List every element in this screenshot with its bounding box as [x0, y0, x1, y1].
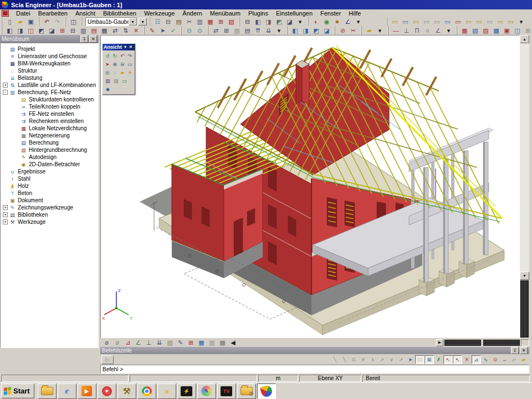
- tree-item-berechnung[interactable]: ▤Berechnung: [1, 139, 98, 146]
- gallery-icon[interactable]: ▤: [173, 17, 184, 26]
- fe-hinge-icon[interactable]: ◫: [512, 26, 523, 35]
- view-direction-icon[interactable]: ▰: [119, 68, 126, 76]
- tree-item-berechnung-fe-netz[interactable]: -▥Berechnung, FE-Netz: [1, 89, 98, 96]
- win-right-icon[interactable]: ◪: [321, 26, 332, 35]
- tree-item-werkzeuge-expander[interactable]: +: [3, 219, 8, 224]
- win-left-icon[interactable]: ◩: [311, 26, 321, 35]
- snap-perpendicular-icon[interactable]: ⊿: [472, 355, 481, 364]
- tree-item-lastfaelle-expander[interactable]: +: [3, 83, 8, 88]
- snap-cursor-icon[interactable]: ➤: [406, 355, 415, 364]
- new-file-icon[interactable]: ▯: [4, 17, 15, 26]
- fe-load-icon[interactable]: ⊞: [523, 26, 532, 35]
- win-front-icon[interactable]: ◧: [290, 26, 300, 35]
- preview-icon[interactable]: ◧: [253, 17, 263, 26]
- folder-add-icon[interactable]: ▰: [364, 26, 375, 35]
- tree-item-strukturdaten[interactable]: ▤Strukturdaten kontrollieren: [1, 96, 98, 103]
- draw-more-icon[interactable]: ▾: [443, 26, 454, 35]
- zoom-out-icon[interactable]: ⊖: [119, 60, 126, 68]
- winamp-icon[interactable]: ⚡: [177, 383, 196, 399]
- workplane-2-icon[interactable]: ⊙: [195, 26, 205, 35]
- props-icon[interactable]: ▤: [242, 26, 253, 35]
- hscroll-thumb-2[interactable]: [483, 340, 520, 346]
- bring-icon[interactable]: ⇈: [253, 26, 263, 35]
- tree-item-belastung[interactable]: ⇊Belastung: [1, 74, 98, 81]
- view-preset-3-icon[interactable]: ▭: [411, 17, 421, 26]
- draw-rect-icon[interactable]: Π: [412, 26, 422, 35]
- view-palette-menu-icon[interactable]: ▾: [122, 45, 128, 49]
- filter-6-icon[interactable]: ⊞: [57, 26, 68, 35]
- zoom-cursor-icon[interactable]: ➤: [104, 60, 111, 68]
- render-mode-icon[interactable]: ▭: [120, 76, 129, 85]
- scroll-track[interactable]: [520, 43, 529, 272]
- tree-item-2d-daten-betrachter[interactable]: ◉2D-Daten-Betrachter: [1, 161, 98, 168]
- fe-node-icon[interactable]: ▦: [459, 26, 470, 35]
- structure-view-icon[interactable]: ⊿: [122, 338, 133, 347]
- media-player-icon[interactable]: ▶: [78, 383, 96, 399]
- view-palette[interactable]: Ansicht ▾ ✕ ↺↻↶↷➤⊕⊖▭◎◌▰☀▧▨▭◆: [102, 43, 135, 95]
- tree-item-knoten-koppeln[interactable]: ∞Teile/Knoten koppeln: [1, 103, 98, 110]
- project-selector[interactable]: Umbau1b-Gauben ▾: [85, 17, 137, 26]
- command-pin-icon[interactable]: ↧: [511, 347, 519, 354]
- title-bar[interactable]: Scia Engineer - [Umbau1b-Gauben : 1]: [0, 0, 532, 9]
- snap-grid-g-icon[interactable]: G: [349, 355, 359, 364]
- status-unit[interactable]: m: [258, 375, 298, 382]
- draw-angle-icon[interactable]: ∠: [433, 26, 443, 35]
- command-input[interactable]: [100, 365, 529, 374]
- paste-icon[interactable]: ▥: [232, 26, 242, 35]
- mesh-view-icon[interactable]: ▦: [196, 338, 207, 347]
- collapse-toolbar-icon[interactable]: ◀: [228, 338, 238, 347]
- start-button[interactable]: Start: [1, 383, 34, 398]
- menu-item-hilfe[interactable]: Hilfe: [345, 9, 365, 17]
- zoom-window-icon[interactable]: ▭: [126, 60, 134, 68]
- tree-item-netzgenerierung[interactable]: ▩Netzgenerierung: [1, 132, 98, 139]
- view-preset-2-icon[interactable]: ▭: [400, 17, 411, 26]
- view-palette-header[interactable]: Ansicht ▾ ✕: [103, 44, 135, 50]
- grid-3d-icon[interactable]: ⊞: [186, 338, 196, 347]
- view-preset-7-icon[interactable]: ▭: [453, 17, 463, 26]
- snap-endpoint-icon[interactable]: ↖: [443, 355, 453, 364]
- zoom-selection-icon[interactable]: ◌: [111, 68, 119, 76]
- copy-icon[interactable]: ⊞: [221, 26, 232, 35]
- menu-item-bearbeiten[interactable]: Bearbeiten: [34, 9, 71, 17]
- menu-item-plugins[interactable]: Plugins: [244, 9, 272, 17]
- tree-item-stahl[interactable]: IStahl: [1, 175, 98, 182]
- clipboard-icon[interactable]: ▥: [195, 17, 205, 26]
- command-panel-header[interactable]: Befehlszeile ↧ ✕: [100, 347, 529, 354]
- clip-off-icon[interactable]: ▨: [112, 76, 120, 85]
- tree-item-netzverdichtung[interactable]: ▦Lokale Netzverdichtung: [1, 125, 98, 132]
- zoom-in-icon[interactable]: ⊕: [111, 60, 119, 68]
- mesh-red-icon[interactable]: ▦: [205, 17, 216, 26]
- scia-engineer-icon[interactable]: [257, 383, 276, 399]
- menu-item-fenster[interactable]: Fenster: [316, 9, 345, 17]
- tree-item-hintergrundberechnung[interactable]: ▥Hintergrundberechnung: [1, 146, 98, 154]
- snap-tangent-icon[interactable]: ∿: [481, 355, 490, 364]
- tree-item-rechenkern[interactable]: ⇉Rechenkern einstellen: [1, 117, 98, 125]
- snap-arrow-icon[interactable]: ↗: [377, 355, 387, 364]
- fe-beam-icon[interactable]: ▧: [470, 26, 480, 35]
- mirror-icon[interactable]: ⇊: [263, 26, 274, 35]
- view-preset-1-icon[interactable]: ▭: [390, 17, 400, 26]
- filter-13-icon[interactable]: ✕: [131, 26, 141, 35]
- menu-item-werkzeuge[interactable]: Werkzeuge: [140, 9, 178, 17]
- select-ok-icon[interactable]: ✓: [168, 26, 178, 35]
- open-file-icon[interactable]: ▰: [15, 17, 25, 26]
- tree-item-berechnung-fe-netz-expander[interactable]: -: [3, 90, 8, 95]
- check-icon[interactable]: ★: [332, 17, 342, 26]
- scroll-up-icon[interactable]: ▲: [520, 35, 529, 43]
- view-preset-12-icon[interactable]: ▭: [505, 17, 516, 26]
- snap-arrow2-icon[interactable]: ↗: [396, 355, 406, 364]
- drawing-viewport[interactable]: Z X Y Ansicht ▾ ✕ ↺↻↶↷➤⊕⊖▭◎◌▰☀▧▨▭◆: [100, 35, 520, 338]
- shading-toggle-icon[interactable]: ø: [112, 338, 122, 347]
- tree-item-holz[interactable]: ▮Holz: [1, 182, 98, 190]
- scroll-down-icon[interactable]: ▼: [520, 272, 529, 280]
- menu-item--ndern[interactable]: Ändern: [178, 9, 206, 17]
- doc-zoom-icon[interactable]: ◉: [321, 17, 332, 26]
- print-data-icon[interactable]: ⊟: [163, 17, 173, 26]
- fe-slab-icon[interactable]: ▨: [480, 26, 491, 35]
- view-preset-10-icon[interactable]: ▭: [484, 17, 495, 26]
- project-window-icon[interactable]: ◫: [68, 17, 79, 26]
- filter-1-icon[interactable]: ◧: [4, 26, 15, 35]
- move-icon[interactable]: ⇄: [211, 26, 221, 35]
- rotate-z-icon[interactable]: ↶: [119, 52, 126, 60]
- menu-item-ansicht[interactable]: Ansicht: [71, 9, 99, 17]
